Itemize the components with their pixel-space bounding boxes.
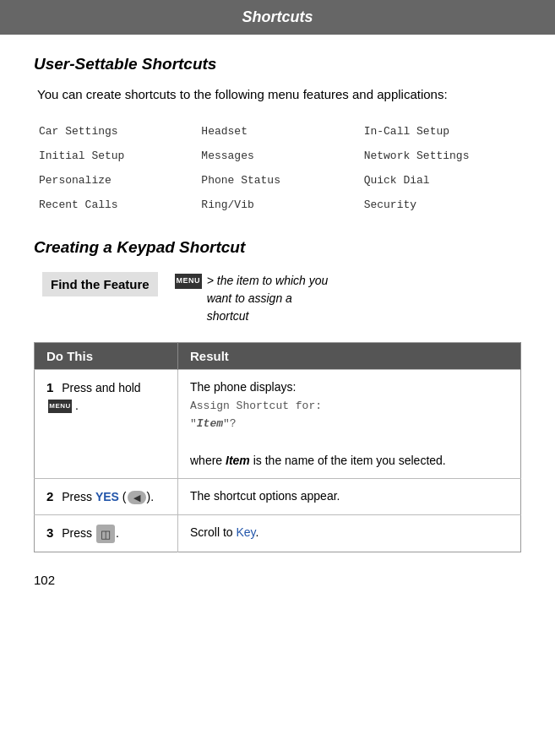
shortcut-network-settings: Network Settings (362, 146, 521, 166)
menu-icon-small: MENU (48, 400, 72, 413)
col-result: Result (178, 342, 521, 369)
shortcut-ring-vib: Ring/Vib (199, 195, 358, 215)
step1-result-text: The phone displays: (190, 380, 296, 394)
shortcut-initial-setup: Initial Setup (37, 146, 196, 166)
yes-label: YES (95, 490, 119, 503)
step2-result-text: The shortcut options appear. (190, 489, 340, 503)
find-feature-value: MENU > the item to which youwant to assi… (175, 272, 329, 325)
step2-action: 2 Press YES (◀). (35, 478, 178, 515)
shortcut-car-settings: Car Settings (37, 122, 196, 141)
step2-action-text: Press YES (◀). (62, 490, 154, 503)
step2-result: The shortcut options appear. (178, 478, 521, 515)
menu-icon: MENU (175, 274, 202, 289)
section2-title: Creating a Keypad Shortcut (34, 238, 521, 257)
steps-table: Do This Result 1 Press and hold MENU . (34, 342, 521, 553)
step-number: 2 (46, 489, 53, 503)
shortcut-quick-dial: Quick Dial (362, 171, 521, 190)
shortcut-personalize: Personalize (37, 171, 196, 190)
shortcut-recent-calls: Recent Calls (37, 195, 196, 215)
item-label2: Item (226, 454, 250, 467)
page-header: Shortcuts (0, 0, 555, 35)
section-creating-keypad: Creating a Keypad Shortcut Find the Feat… (34, 238, 521, 553)
table-row: 1 Press and hold MENU . The phone displa… (35, 369, 521, 478)
step1-action: 1 Press and hold MENU . (35, 369, 178, 478)
nav-button: ◀ (128, 491, 146, 504)
item-label: Item (197, 417, 223, 430)
step1-action-text: Press and hold MENU . (46, 381, 141, 413)
col-do-this: Do This (35, 342, 178, 369)
step1-period: . (75, 399, 79, 412)
shortcut-security: Security (362, 195, 521, 215)
find-feature-block: Find the Feature MENU > the item to whic… (42, 272, 521, 325)
section-user-settable: User-Settable Shortcuts You can create s… (34, 55, 521, 215)
table-row: 2 Press YES (◀). The shortcut options ap… (35, 478, 521, 515)
shortcut-phone-status: Phone Status (199, 171, 358, 190)
table-row: 3 Press ◫. Scroll to Key. (35, 515, 521, 552)
page-number: 102 (34, 573, 521, 587)
find-instruction: > the item to which youwant to assign as… (207, 272, 329, 325)
step1-result-extra: where Item is the name of the item you s… (190, 454, 446, 467)
step-number: 3 (46, 525, 53, 540)
shortcut-in-call-setup: In-Call Setup (362, 122, 521, 141)
section1-intro: You can create shortcuts to the followin… (34, 85, 521, 105)
step1-mono1: Assign Shortcut for: (190, 398, 509, 415)
step3-result-text: Scroll to Key. (190, 525, 258, 539)
page-title: Shortcuts (242, 8, 313, 25)
step-number: 1 (46, 380, 53, 394)
step1-result: The phone displays: Assign Shortcut for:… (178, 369, 521, 478)
shortcuts-grid: Car Settings Headset In-Call Setup Initi… (34, 122, 521, 215)
step3-result: Scroll to Key. (178, 515, 521, 552)
step3-action: 3 Press ◫. (35, 515, 178, 552)
section1-title: User-Settable Shortcuts (34, 55, 521, 73)
step3-action-text: Press ◫. (62, 526, 119, 540)
shortcut-messages: Messages (199, 146, 358, 166)
key-label: Key (236, 525, 255, 539)
step1-mono2: "Item"? (190, 416, 509, 432)
shortcut-headset: Headset (199, 122, 358, 141)
scroll-icon: ◫ (96, 525, 115, 543)
main-content: User-Settable Shortcuts You can create s… (0, 35, 555, 612)
find-feature-label: Find the Feature (42, 272, 158, 296)
